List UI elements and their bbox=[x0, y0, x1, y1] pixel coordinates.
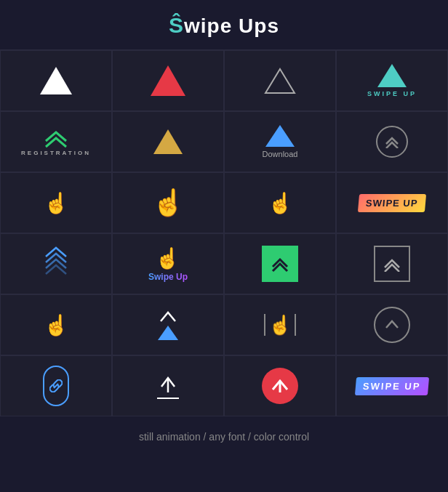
double-chevron-green-icon bbox=[43, 128, 69, 148]
swipe-up-badge2-icon: SWIPE UP bbox=[355, 377, 429, 395]
cursor-bar-icon: ☝ bbox=[264, 314, 296, 336]
arrow-up-pair-icon bbox=[158, 310, 178, 340]
circle-chevron2-icon bbox=[374, 307, 410, 343]
hand-white-icon: ☝ bbox=[44, 191, 69, 215]
triangle-outline-icon bbox=[264, 67, 296, 94]
cell-arrow-gold bbox=[112, 111, 224, 172]
cell-triangle-outline bbox=[224, 50, 336, 111]
cell-circle-chevron bbox=[336, 111, 448, 172]
cell-double-chevron-reg: REGISTRATION bbox=[0, 111, 112, 172]
red-circle-up-icon bbox=[262, 368, 298, 404]
cell-arrow-up-pair bbox=[112, 294, 224, 355]
cell-cursor-bar: ☝ bbox=[224, 294, 336, 355]
green-box-icon bbox=[262, 246, 298, 282]
download-label: Download bbox=[263, 150, 298, 158]
footer: still animation / any font / color contr… bbox=[139, 416, 309, 457]
download-arrow-icon bbox=[265, 125, 295, 147]
triangle-teal-icon bbox=[377, 64, 407, 87]
hand-outline2-icon: ☝ bbox=[44, 313, 69, 337]
cell-swipe-up-hand: ☝ Swipe Up bbox=[112, 233, 224, 294]
registration-label: REGISTRATION bbox=[21, 150, 91, 156]
triangle-red-icon bbox=[151, 65, 185, 96]
app-title: Ŝwipe Ups bbox=[169, 13, 279, 38]
cell-swipe-up-teal: SWIPE UP bbox=[336, 50, 448, 111]
cell-hand-large: ☝ bbox=[112, 172, 224, 233]
tri-blue-small-icon bbox=[158, 326, 178, 340]
swipe-up-text: SWIPE UP bbox=[367, 90, 417, 97]
box-chevron-icon bbox=[374, 246, 410, 282]
cell-hand-white: ☝ bbox=[0, 172, 112, 233]
cell-download: Download bbox=[224, 111, 336, 172]
cell-box-chevron bbox=[336, 233, 448, 294]
cell-green-double-box bbox=[224, 233, 336, 294]
cell-circle-chevron2 bbox=[336, 294, 448, 355]
hand-outline-icon: ☝ bbox=[268, 191, 293, 215]
cell-triangle-white bbox=[0, 50, 112, 111]
svg-marker-0 bbox=[265, 69, 295, 93]
multi-chevron-icon bbox=[43, 246, 69, 281]
svg-line-1 bbox=[54, 384, 58, 388]
cell-red-circle-up bbox=[224, 355, 336, 416]
triangle-white-icon bbox=[40, 67, 72, 94]
cell-triangle-red bbox=[112, 50, 224, 111]
app-header: Ŝwipe Ups bbox=[0, 0, 448, 49]
swipe-up-hand-combo: ☝ Swipe Up bbox=[148, 246, 188, 282]
footer-text: still animation / any font / color contr… bbox=[139, 431, 309, 443]
arrow-gold-icon bbox=[153, 129, 183, 154]
hand-large-icon: ☝ bbox=[152, 187, 185, 218]
swipe-up-badge-icon: SWIPE UP bbox=[358, 194, 426, 212]
upload-arrow-icon bbox=[157, 374, 179, 399]
cell-hand-outline: ☝ bbox=[224, 172, 336, 233]
link-capsule-icon bbox=[43, 366, 69, 406]
cell-link-icon bbox=[0, 355, 112, 416]
swipe-up-gradient-text: Swipe Up bbox=[148, 272, 188, 282]
cell-swipe-up-badge2: SWIPE UP bbox=[336, 355, 448, 416]
circle-chevron-icon bbox=[376, 126, 408, 158]
cell-swipe-up-badge: SWIPE UP bbox=[336, 172, 448, 233]
cell-hand-outline2: ☝ bbox=[0, 294, 112, 355]
cell-upload-arrow bbox=[112, 355, 224, 416]
icon-grid: SWIPE UP REGISTRATION Download ☝ bbox=[0, 49, 448, 416]
cell-multi-chevron bbox=[0, 233, 112, 294]
